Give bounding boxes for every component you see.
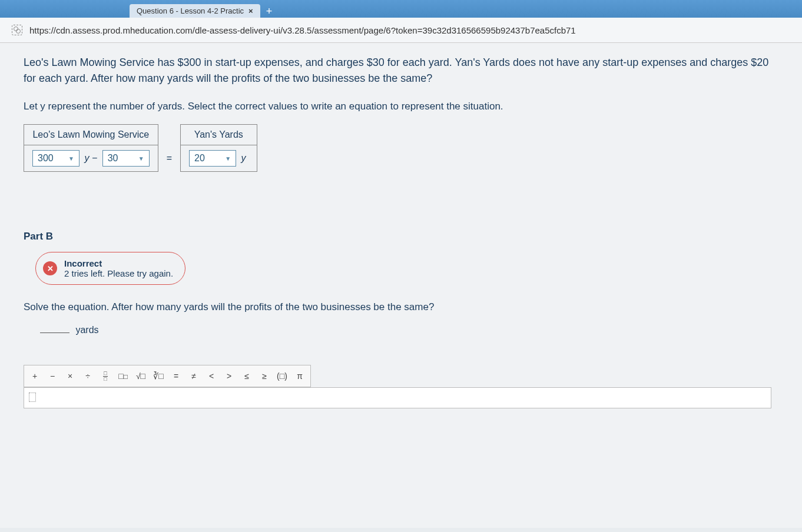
math-input[interactable]	[24, 387, 771, 408]
variable-y: y	[241, 153, 246, 163]
new-tab-button[interactable]: +	[260, 5, 279, 18]
url-text[interactable]: https://cdn.assess.prod.mheducation.com/…	[29, 25, 576, 35]
math-cursor-placeholder	[29, 393, 36, 402]
yan-expression-cell: 20 ▼ y	[181, 145, 257, 172]
chevron-down-icon: ▼	[138, 155, 144, 162]
parentheses-button[interactable]: (□)	[274, 368, 290, 384]
answer-blank	[40, 332, 69, 333]
plus-button[interactable]: +	[26, 368, 43, 384]
chevron-down-icon: ▼	[225, 155, 231, 162]
power-button[interactable]: □□	[115, 368, 131, 384]
math-toolbar: + − × ÷ □□ □□ √□ ∛□ = ≠ < > ≤ ≥ (□) π	[24, 365, 311, 387]
dropdown-startup[interactable]: 300 ▼	[32, 150, 79, 167]
address-bar: https://cdn.assess.prod.mheducation.com/…	[0, 18, 802, 43]
site-settings-icon[interactable]	[12, 25, 22, 35]
variable-y-minus: y −	[84, 153, 97, 163]
sqrt-button[interactable]: √□	[132, 368, 149, 384]
dropdown-value: 20	[194, 153, 221, 164]
dropdown-rate-yan[interactable]: 20 ▼	[189, 150, 236, 167]
greater-than-button[interactable]: >	[221, 368, 237, 384]
dropdown-value: 30	[108, 153, 135, 164]
close-icon[interactable]: ×	[248, 6, 253, 15]
tab-title: Question 6 - Lesson 4-2 Practic	[137, 6, 244, 15]
spacer	[158, 125, 180, 145]
unit-label: yards	[75, 325, 98, 335]
part-b-label: Part B	[24, 231, 778, 242]
fraction-button[interactable]: □□	[97, 368, 114, 384]
instruction-text: Let y represent the number of yards. Sel…	[24, 101, 778, 112]
header-leo: Leo's Lawn Mowing Service	[24, 125, 158, 145]
feedback-message: 2 tries left. Please try again.	[64, 268, 173, 278]
page-content: Leo's Lawn Mowing Service has $300 in st…	[0, 43, 802, 528]
chevron-down-icon: ▼	[68, 155, 74, 162]
greater-equal-button[interactable]: ≥	[256, 368, 273, 384]
browser-tab[interactable]: Question 6 - Lesson 4-2 Practic ×	[130, 4, 260, 18]
question-text: Leo's Lawn Mowing Service has $300 in st…	[24, 55, 778, 87]
dropdown-value: 300	[38, 153, 65, 164]
equals-button[interactable]: =	[168, 368, 184, 384]
times-button[interactable]: ×	[62, 368, 78, 384]
nroot-button[interactable]: ∛□	[150, 368, 167, 384]
feedback-text: Incorrect 2 tries left. Please try again…	[64, 258, 173, 278]
leo-expression-cell: 300 ▼ y − 30 ▼	[24, 145, 158, 172]
browser-tab-strip: Question 6 - Lesson 4-2 Practic × +	[0, 0, 802, 18]
header-yan: Yan's Yards	[181, 125, 257, 145]
not-equals-button[interactable]: ≠	[185, 368, 202, 384]
less-than-button[interactable]: <	[203, 368, 220, 384]
pi-button[interactable]: π	[291, 368, 308, 384]
feedback-pill: ✕ Incorrect 2 tries left. Please try aga…	[35, 252, 185, 285]
incorrect-icon: ✕	[43, 261, 57, 275]
equation-table: Leo's Lawn Mowing Service Yan's Yards 30…	[24, 124, 257, 172]
minus-button[interactable]: −	[44, 368, 61, 384]
solve-prompt: Solve the equation. After how many yards…	[24, 301, 778, 313]
equals-cell: =	[158, 145, 180, 172]
less-equal-button[interactable]: ≤	[238, 368, 255, 384]
feedback-title: Incorrect	[64, 258, 173, 268]
divide-button[interactable]: ÷	[79, 368, 96, 384]
answer-line: yards	[40, 325, 778, 335]
dropdown-rate-leo[interactable]: 30 ▼	[102, 150, 150, 167]
